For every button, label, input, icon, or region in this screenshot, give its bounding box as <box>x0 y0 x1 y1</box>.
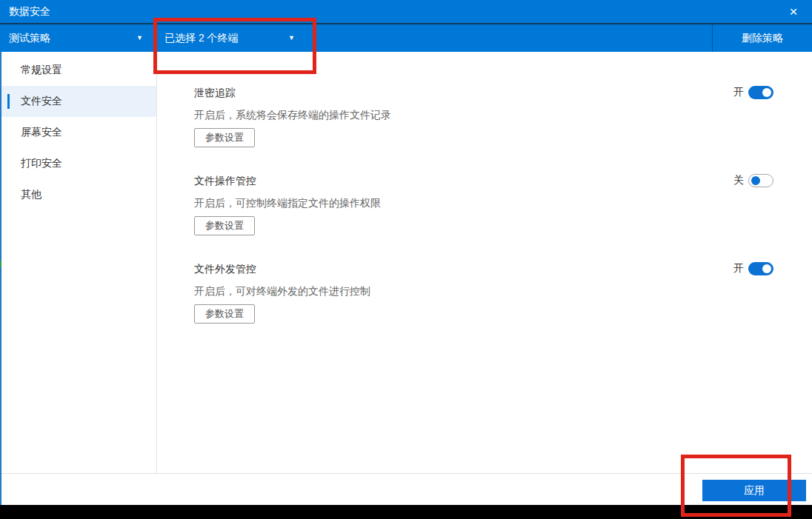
toggle-state-label: 关 <box>733 174 744 187</box>
section-leak-tracking: 泄密追踪 开启后，系统将会保存终端的操作文件记录 参数设置 开 <box>194 85 773 147</box>
param-settings-button[interactable]: 参数设置 <box>194 128 255 147</box>
file-operation-toggle[interactable]: 关 <box>733 173 773 188</box>
section-file-outgoing-control: 文件外发管控 开启后，可对终端外发的文件进行控制 参数设置 开 <box>194 261 773 324</box>
section-title: 泄密追踪 <box>194 85 773 100</box>
delete-policy-label: 删除策略 <box>742 32 783 45</box>
param-settings-button[interactable]: 参数设置 <box>194 216 255 235</box>
sidebar-item-label: 屏幕安全 <box>21 126 62 139</box>
leak-tracking-toggle[interactable]: 开 <box>733 85 773 100</box>
screen-edge-strip <box>0 52 1 505</box>
policy-dropdown[interactable]: 测试策略 ▼ <box>0 24 157 52</box>
close-icon[interactable]: × <box>785 4 802 19</box>
section-title: 文件操作管控 <box>194 173 773 188</box>
sidebar: 常规设置 文件安全 屏幕安全 打印安全 其他 <box>0 52 157 473</box>
toolbar-spacer <box>305 24 712 52</box>
toggle-state-label: 开 <box>733 86 744 99</box>
terminal-dropdown[interactable]: 已选择 2 个终端 ▼ <box>157 24 305 52</box>
terminal-dropdown-label: 已选择 2 个终端 <box>164 32 239 45</box>
footer-bar: 应用 <box>0 473 812 505</box>
toggle-switch[interactable] <box>748 174 773 187</box>
delete-policy-button[interactable]: 删除策略 <box>712 24 812 52</box>
toggle-switch[interactable] <box>748 86 773 99</box>
chevron-down-icon: ▼ <box>136 35 143 41</box>
main-area: 常规设置 文件安全 屏幕安全 打印安全 其他 泄密追踪 开启后，系统将会保存终端… <box>0 52 812 473</box>
sidebar-item-print-security[interactable]: 打印安全 <box>0 148 156 179</box>
data-security-dialog: 数据安全 × 测试策略 ▼ 已选择 2 个终端 ▼ 删除策略 常规设置 文件安全 <box>0 0 812 505</box>
toolbar: 测试策略 ▼ 已选择 2 个终端 ▼ 删除策略 <box>0 24 812 52</box>
screen-edge-green-fleck <box>0 261 1 267</box>
toggle-knob <box>762 264 771 273</box>
content-panel: 泄密追踪 开启后，系统将会保存终端的操作文件记录 参数设置 开 文件操作管控 开… <box>157 52 812 473</box>
toggle-switch[interactable] <box>748 262 773 275</box>
chevron-down-icon: ▼ <box>288 35 295 41</box>
title-bar: 数据安全 × <box>0 0 812 23</box>
param-settings-button[interactable]: 参数设置 <box>194 304 255 324</box>
sidebar-item-label: 文件安全 <box>21 95 62 108</box>
sidebar-item-label: 常规设置 <box>21 64 62 77</box>
policy-dropdown-label: 测试策略 <box>9 32 50 45</box>
toggle-knob <box>762 88 771 97</box>
sidebar-item-screen-security[interactable]: 屏幕安全 <box>0 117 156 148</box>
apply-button[interactable]: 应用 <box>702 480 806 501</box>
section-title: 文件外发管控 <box>194 261 773 276</box>
sidebar-item-file-security[interactable]: 文件安全 <box>0 86 156 117</box>
window-title: 数据安全 <box>9 5 50 19</box>
toggle-knob <box>751 176 760 185</box>
section-description: 开启后，可对终端外发的文件进行控制 <box>194 284 773 298</box>
section-description: 开启后，系统将会保存终端的操作文件记录 <box>194 107 773 122</box>
selected-indicator <box>7 94 10 109</box>
section-description: 开启后，可控制终端指定文件的操作权限 <box>194 195 773 210</box>
sidebar-item-general-settings[interactable]: 常规设置 <box>0 55 156 86</box>
sidebar-item-label: 打印安全 <box>21 157 62 170</box>
toggle-state-label: 开 <box>733 262 744 275</box>
file-outgoing-toggle[interactable]: 开 <box>733 261 773 276</box>
section-file-operation-control: 文件操作管控 开启后，可控制终端指定文件的操作权限 参数设置 关 <box>194 173 773 235</box>
sidebar-item-label: 其他 <box>21 188 41 201</box>
sidebar-item-other[interactable]: 其他 <box>0 179 156 210</box>
